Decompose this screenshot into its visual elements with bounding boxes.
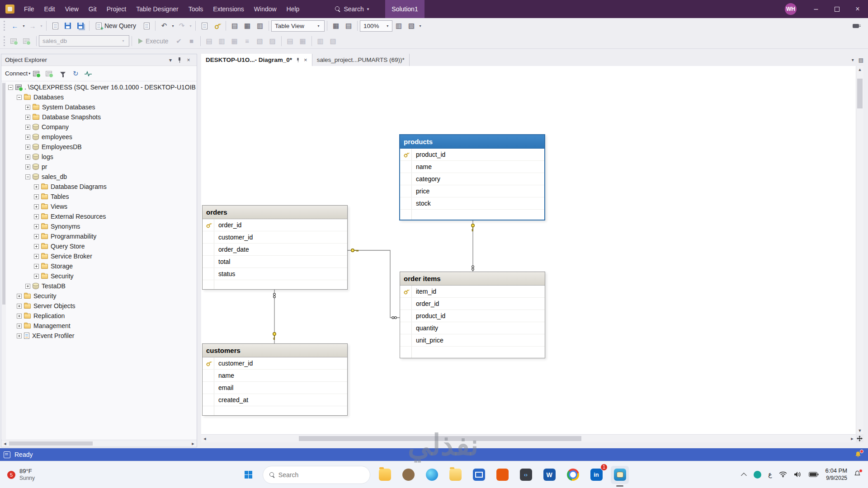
- object-explorer-horizontal-scrollbar[interactable]: ◄ ►: [1, 440, 197, 447]
- taskbar-search[interactable]: [263, 466, 370, 484]
- diagram-table-orders[interactable]: orders order_id customer_id order_date: [202, 205, 348, 290]
- tree-expander-icon[interactable]: [25, 115, 30, 120]
- indent-button[interactable]: ▥: [315, 35, 326, 47]
- menu-item[interactable]: Window: [249, 0, 282, 18]
- stop-icon[interactable]: [45, 68, 56, 79]
- table-column-row[interactable]: status: [203, 268, 347, 280]
- parse-button[interactable]: ✔: [173, 35, 185, 47]
- object-explorer-node[interactable]: Tables: [1, 192, 196, 202]
- tree-expander-icon[interactable]: [34, 204, 39, 209]
- tree-expander-icon[interactable]: [34, 194, 39, 199]
- tab-sql-query[interactable]: sales_project...PUMARTS (69))*: [312, 54, 410, 66]
- table-header[interactable]: orders: [203, 206, 347, 219]
- object-explorer-node[interactable]: employees: [1, 132, 196, 142]
- add-table-button[interactable]: ▥: [254, 20, 266, 32]
- word-icon[interactable]: W: [540, 466, 558, 484]
- tree-expander-icon[interactable]: [17, 304, 22, 309]
- table-column-row[interactable]: email: [203, 382, 347, 394]
- object-explorer-node[interactable]: Company: [1, 122, 196, 132]
- navigate-back-button[interactable]: ←: [9, 20, 21, 32]
- tree-expander-icon[interactable]: [34, 214, 39, 219]
- new-project-button[interactable]: [49, 20, 61, 32]
- object-explorer-node[interactable]: Databases: [1, 92, 196, 102]
- set-primary-key-button[interactable]: [211, 20, 223, 32]
- weather-widget[interactable]: 5 89°F Sunny: [0, 468, 42, 482]
- scrollbar-thumb[interactable]: [299, 436, 581, 441]
- close-tab-icon[interactable]: ×: [304, 56, 307, 63]
- insert-column-button[interactable]: ▤: [229, 20, 241, 32]
- tree-expander-icon[interactable]: [34, 224, 39, 229]
- canvas-horizontal-scrollbar[interactable]: ◄ ►: [201, 434, 856, 442]
- chevron-down-icon[interactable]: ▾: [166, 57, 175, 63]
- object-explorer-node[interactable]: Replication: [1, 311, 196, 321]
- generate-change-script-button[interactable]: [198, 20, 210, 32]
- menu-item[interactable]: Tools: [184, 0, 208, 18]
- object-explorer-node[interactable]: Server Objects: [1, 301, 196, 311]
- tree-expander-icon[interactable]: [17, 324, 22, 328]
- tree-expander-icon[interactable]: [25, 105, 30, 110]
- object-explorer-node[interactable]: Service Broker: [1, 251, 196, 261]
- save-button[interactable]: [62, 20, 74, 32]
- save-all-button[interactable]: [75, 20, 86, 32]
- filter-icon[interactable]: [57, 68, 68, 79]
- diagram-table-order-items[interactable]: order items item_id order_id product_id: [400, 272, 545, 358]
- change-connection-button[interactable]: [22, 35, 33, 47]
- volume-icon[interactable]: [794, 471, 802, 478]
- object-explorer-node[interactable]: External Resources: [1, 211, 196, 221]
- object-explorer-node[interactable]: pr: [1, 162, 196, 172]
- table-header[interactable]: customers: [203, 344, 347, 357]
- tray-overflow-chevron-icon[interactable]: [741, 473, 747, 479]
- add-remove-buttons-icon[interactable]: [850, 20, 862, 32]
- object-explorer-node[interactable]: EmployeesDB: [1, 142, 196, 152]
- table-column-row[interactable]: name: [400, 161, 544, 173]
- table-column-row[interactable]: total: [203, 256, 347, 268]
- tab-diagram[interactable]: DESKTOP-U1O...- Diagram_0* ×: [201, 54, 312, 66]
- scroll-right-arrow[interactable]: ►: [849, 435, 856, 442]
- forward-history-dropdown[interactable]: ▾: [39, 24, 44, 28]
- scroll-down-arrow[interactable]: ▼: [856, 427, 863, 434]
- object-explorer-node[interactable]: Database Diagrams: [1, 182, 196, 192]
- object-explorer-node[interactable]: System Databases: [1, 102, 196, 112]
- menu-item[interactable]: Help: [282, 0, 305, 18]
- view-page-breaks-button[interactable]: ▥: [393, 20, 405, 32]
- tree-expander-icon[interactable]: [34, 184, 39, 189]
- status-notification[interactable]: [854, 451, 862, 458]
- object-explorer-node[interactable]: Views: [1, 202, 196, 211]
- toolbar-grip[interactable]: [4, 36, 6, 46]
- scrollbar-thumb[interactable]: [9, 441, 93, 446]
- start-button[interactable]: [239, 466, 257, 484]
- table-column-row[interactable]: order_id: [203, 219, 347, 231]
- tree-expander-icon[interactable]: [34, 264, 39, 269]
- back-history-dropdown[interactable]: ▾: [21, 24, 26, 28]
- query-options-button[interactable]: ▤: [203, 35, 215, 47]
- language-indicator[interactable]: ع: [768, 471, 772, 478]
- object-explorer-node[interactable]: Query Store: [1, 241, 196, 251]
- menu-item[interactable]: File: [19, 0, 39, 18]
- undo-button[interactable]: ↶: [158, 20, 170, 32]
- redo-dropdown[interactable]: ▾: [188, 24, 193, 28]
- auto-hide-pin-icon[interactable]: [175, 57, 184, 63]
- tree-expander-icon[interactable]: [34, 254, 39, 259]
- chrome-icon[interactable]: [564, 466, 582, 484]
- table-column-row[interactable]: item_id: [400, 286, 545, 298]
- new-query-button[interactable]: New Query: [92, 19, 140, 32]
- scroll-left-arrow[interactable]: ◄: [1, 441, 9, 446]
- wifi-icon[interactable]: [779, 471, 787, 478]
- canvas-vertical-scrollbar[interactable]: ▲ ▼: [856, 66, 863, 434]
- tree-expander-icon[interactable]: [25, 135, 30, 140]
- menu-item[interactable]: Extensions: [208, 0, 249, 18]
- new-query-split-button[interactable]: [141, 20, 152, 32]
- table-column-row[interactable]: category: [400, 173, 544, 185]
- tree-expander-icon[interactable]: [17, 314, 22, 319]
- activity-monitor-icon[interactable]: [83, 68, 94, 79]
- object-explorer-node[interactable]: Programmability: [1, 231, 196, 241]
- manage-relationships-button[interactable]: ▦: [330, 20, 342, 32]
- battery-icon[interactable]: [809, 472, 819, 477]
- taskbar-clock[interactable]: 6:04 PM 9/9/2025: [826, 467, 847, 482]
- menu-item[interactable]: Edit: [39, 0, 60, 18]
- object-explorer-vertical-scrollbar[interactable]: [2, 82, 6, 439]
- outdent-button[interactable]: ▧: [327, 35, 339, 47]
- tree-expander-icon[interactable]: [25, 145, 30, 150]
- tree-expander-icon[interactable]: [34, 234, 39, 239]
- undo-dropdown[interactable]: ▾: [170, 24, 175, 28]
